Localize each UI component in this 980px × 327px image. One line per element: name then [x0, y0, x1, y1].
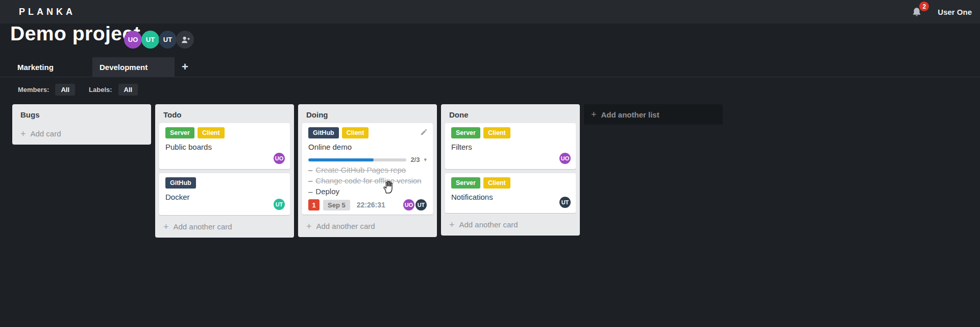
- avatar: UT: [274, 199, 285, 210]
- label-chip: Server: [451, 177, 480, 189]
- avatar: UT: [415, 199, 427, 211]
- progress-fill: [308, 158, 374, 161]
- task-dash: –: [308, 187, 312, 196]
- add-card-button[interactable]: + Add another card: [441, 217, 580, 236]
- tab-label: Development: [100, 63, 148, 72]
- topbar: PLANKA 2 User One: [0, 0, 980, 24]
- chevron-down-icon[interactable]: ▾: [424, 156, 427, 163]
- card-title: Online demo: [308, 142, 427, 152]
- add-card-button[interactable]: + Add another card: [155, 219, 294, 238]
- task-progress: 2/3 ▾: [308, 156, 427, 164]
- list-todo: Todo Server Client Public boards UO GitH…: [155, 104, 294, 238]
- card-public-boards[interactable]: Server Client Public boards UO: [159, 123, 290, 169]
- label-chip: Client: [483, 177, 510, 189]
- add-list-button[interactable]: + Add another list: [584, 104, 723, 125]
- card-title: Notifications: [451, 192, 570, 202]
- card-meta: 1 Sep 5 22:26:31 UO UT: [308, 199, 427, 211]
- board: Bugs + Add card Todo Server Client Publi…: [12, 104, 723, 238]
- app-logo[interactable]: PLANKA: [19, 7, 76, 17]
- members-filter-value[interactable]: All: [55, 84, 75, 96]
- tab-development[interactable]: Development: [92, 57, 175, 77]
- filter-bar: Members: All Labels: All: [18, 83, 138, 96]
- plus-icon: +: [163, 223, 169, 231]
- card-area: GitHub Client Online demo 2/3 ▾: [298, 121, 437, 215]
- plus-icon: +: [449, 221, 455, 229]
- user-menu[interactable]: User One: [938, 8, 972, 16]
- list-doing: Doing GitHub Client Online demo 2: [298, 104, 437, 237]
- card-members: UO UT: [402, 199, 427, 211]
- card-labels: Server Client: [165, 127, 284, 138]
- add-board-button[interactable]: +: [182, 62, 188, 72]
- avatar[interactable]: UO: [124, 31, 142, 49]
- card-docker[interactable]: GitHub Docker UT: [159, 173, 290, 215]
- avatar: UO: [274, 153, 285, 164]
- card-area: Server Client Filters UO Server Client N…: [441, 121, 580, 213]
- card-labels: GitHub: [165, 177, 284, 189]
- plus-icon: +: [306, 222, 312, 230]
- task-list: –Create GitHub Pages repo –Change code f…: [308, 165, 427, 196]
- edit-card-button[interactable]: [420, 128, 428, 138]
- tabs-divider: [0, 77, 980, 77]
- card-filters[interactable]: Server Client Filters UO: [445, 123, 576, 169]
- add-card-button[interactable]: + Add card: [12, 126, 151, 145]
- list-title[interactable]: Done: [441, 104, 580, 121]
- add-member-button[interactable]: [176, 31, 194, 49]
- avatar: UT: [559, 197, 571, 208]
- card-labels: Server Client: [451, 177, 570, 189]
- card-title: Filters: [451, 142, 570, 152]
- card-labels: Server Client: [451, 127, 570, 138]
- tab-marketing[interactable]: Marketing: [10, 57, 92, 77]
- add-list-label: Add another list: [601, 110, 659, 119]
- topbar-right: 2 User One: [911, 5, 972, 18]
- timer-value[interactable]: 22:26:31: [357, 201, 385, 209]
- task-dash: –: [308, 166, 312, 174]
- card-notifications[interactable]: Server Client Notifications UT: [445, 173, 576, 213]
- labels-filter-label: Labels:: [89, 86, 112, 94]
- card-notification-badge: 1: [308, 199, 320, 211]
- list-title[interactable]: Bugs: [12, 104, 151, 121]
- pencil-icon: [420, 128, 428, 136]
- card-labels: GitHub Client: [308, 127, 427, 138]
- due-date-badge[interactable]: Sep 5: [323, 200, 350, 211]
- add-card-label: Add another card: [316, 222, 375, 230]
- label-chip: Client: [483, 127, 510, 138]
- label-chip: GitHub: [165, 177, 196, 189]
- avatar: UO: [559, 153, 571, 164]
- add-user-icon: [180, 35, 190, 45]
- notifications-button[interactable]: 2: [911, 5, 924, 18]
- board-tabs: Marketing Development +: [10, 57, 188, 77]
- avatar[interactable]: UT: [159, 31, 177, 49]
- card-area: Server Client Public boards UO GitHub Do…: [155, 121, 294, 215]
- card-title: Public boards: [165, 142, 284, 152]
- progress-track: [308, 158, 406, 161]
- label-chip: Server: [165, 127, 194, 138]
- label-chip: Server: [451, 127, 480, 138]
- avatar: UO: [403, 199, 414, 211]
- task-text: Create GitHub Pages repo: [315, 166, 406, 174]
- label-chip: GitHub: [308, 127, 339, 138]
- task-item: –Create GitHub Pages repo: [308, 165, 427, 175]
- project-title[interactable]: Demo project: [10, 22, 140, 45]
- task-dash: –: [308, 176, 312, 185]
- plus-icon: +: [20, 130, 26, 138]
- card-title: Docker: [165, 192, 284, 202]
- project-members: UO UT UT: [124, 31, 194, 49]
- list-done: Done Server Client Filters UO Server Cli…: [441, 104, 580, 236]
- task-item: –Deploy: [308, 186, 427, 196]
- label-chip: Client: [198, 127, 225, 138]
- label-chip: Client: [342, 127, 369, 138]
- labels-filter-value[interactable]: All: [118, 84, 138, 96]
- list-bugs: Bugs + Add card: [12, 104, 151, 145]
- add-card-button[interactable]: + Add another card: [298, 219, 437, 237]
- card-area: [12, 121, 151, 126]
- task-text: Change code for offline version: [315, 176, 421, 185]
- notification-count-badge: 2: [919, 2, 929, 11]
- add-card-label: Add another card: [459, 220, 518, 229]
- list-title[interactable]: Doing: [298, 104, 437, 121]
- task-item: –Change code for offline version: [308, 176, 427, 185]
- list-title[interactable]: Todo: [155, 104, 294, 121]
- progress-count: 2/3: [410, 156, 420, 164]
- card-online-demo[interactable]: GitHub Client Online demo 2/3 ▾: [302, 123, 433, 215]
- plus-icon: +: [591, 110, 597, 119]
- avatar[interactable]: UT: [141, 31, 159, 49]
